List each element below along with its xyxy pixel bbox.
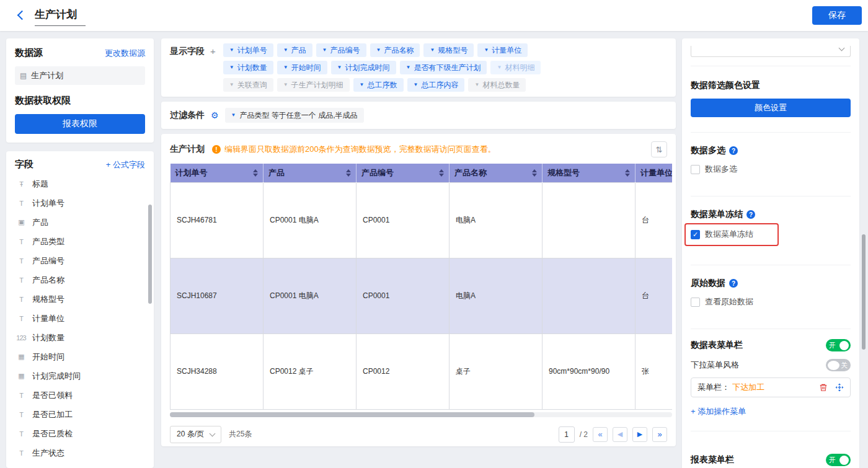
display-field-chip[interactable]: ▼产品 bbox=[277, 43, 312, 57]
add-display-field-icon[interactable]: + bbox=[210, 46, 216, 56]
display-field-chip[interactable]: ▼总工序内容 bbox=[407, 78, 465, 92]
report-permission-button[interactable]: 报表权限 bbox=[15, 114, 145, 134]
table-cell: 台 bbox=[636, 182, 673, 258]
date-icon: ▦ bbox=[15, 353, 27, 361]
scrollbar-thumb[interactable] bbox=[170, 412, 534, 417]
multi-select-label: 数据多选 bbox=[691, 145, 725, 156]
trash-icon[interactable] bbox=[819, 383, 828, 392]
checkbox-label: 查看原始数据 bbox=[705, 296, 753, 307]
field-item[interactable]: T是否已质检 bbox=[15, 424, 145, 443]
display-field-chip[interactable]: ▼开始时间 bbox=[277, 61, 327, 74]
settings-panel: 数据筛选颜色设置 颜色设置 数据多选 ? 数据多选 数据菜单冻结 ? ✓ 数据菜… bbox=[682, 38, 859, 468]
sort-button[interactable]: ⇅ bbox=[651, 141, 667, 157]
field-item[interactable]: 123计划数量 bbox=[15, 328, 145, 347]
chevron-down-icon: ▼ bbox=[497, 65, 502, 70]
raw-data-title: 原始数据 ? bbox=[691, 278, 851, 289]
report-title-input[interactable]: 生产计划 bbox=[35, 7, 86, 26]
fields-scrollbar-thumb[interactable] bbox=[148, 205, 152, 304]
save-button[interactable]: 保存 bbox=[812, 6, 862, 25]
column-header[interactable]: 计划单号 bbox=[170, 164, 264, 182]
display-fields-title: 显示字段 bbox=[170, 46, 205, 57]
field-item[interactable]: T是否已加工 bbox=[15, 405, 145, 424]
filter-title: 过滤条件 bbox=[170, 110, 205, 121]
column-header-label: 计量单位 bbox=[640, 167, 672, 179]
display-field-chip[interactable]: ▼产品名称 bbox=[370, 43, 420, 57]
display-field-chip[interactable]: ▼材料总数量 bbox=[468, 78, 526, 92]
page-scrollbar-thumb[interactable] bbox=[862, 234, 866, 350]
column-header-label: 产品编号 bbox=[361, 167, 394, 179]
gear-icon[interactable]: ⚙ bbox=[211, 110, 219, 120]
display-field-chip[interactable]: ▼计划数量 bbox=[223, 61, 273, 74]
display-field-chip[interactable]: ▼计划完成时间 bbox=[331, 61, 396, 74]
prev-page-button[interactable]: ◀ bbox=[613, 427, 627, 442]
field-item[interactable]: T计量单位 bbox=[15, 309, 145, 328]
question-icon[interactable]: ? bbox=[746, 210, 755, 219]
field-item[interactable]: T是否已领料 bbox=[15, 386, 145, 405]
table-menubar-toggle[interactable]: 开 bbox=[826, 339, 851, 351]
change-datasource-link[interactable]: 更改数据源 bbox=[105, 48, 145, 59]
menu-freeze-title: 数据菜单冻结 ? bbox=[691, 209, 851, 220]
checkbox-unchecked[interactable] bbox=[691, 165, 700, 174]
next-page-button[interactable]: ▶ bbox=[632, 427, 647, 442]
chip-label: 规格型号 bbox=[438, 45, 467, 56]
field-item[interactable]: T产品类型 bbox=[15, 232, 145, 251]
back-icon[interactable] bbox=[17, 11, 27, 20]
field-item[interactable]: T生产状态 bbox=[15, 443, 145, 462]
column-header[interactable]: 产品编号 bbox=[356, 164, 450, 182]
field-item[interactable]: ▦开始时间 bbox=[15, 347, 145, 366]
column-header[interactable]: 计量单位 bbox=[636, 164, 673, 182]
datasource-item[interactable]: ▤ 生产计划 bbox=[15, 66, 145, 85]
color-settings-title: 数据筛选颜色设置 bbox=[691, 80, 851, 91]
chip-label: 计划完成时间 bbox=[345, 63, 390, 73]
field-item[interactable]: T产品名称 bbox=[15, 270, 145, 289]
sort-arrows-icon bbox=[439, 169, 444, 177]
first-page-button[interactable]: « bbox=[593, 427, 608, 442]
menu-freeze-checkbox-row[interactable]: ✓ 数据菜单冻结 bbox=[691, 229, 753, 240]
column-header[interactable]: 规格型号 bbox=[542, 164, 636, 182]
field-item[interactable]: Ŧ标题 bbox=[15, 174, 145, 193]
chevron-down-icon bbox=[210, 430, 216, 436]
color-settings-button[interactable]: 颜色设置 bbox=[691, 99, 851, 117]
checkbox-unchecked[interactable] bbox=[691, 298, 700, 307]
chip-label: 子生产计划明细 bbox=[291, 80, 343, 91]
field-item[interactable]: T计划单号 bbox=[15, 193, 145, 213]
display-field-chip[interactable]: ▼关联查询 bbox=[223, 78, 273, 92]
display-field-chip[interactable]: ▼是否有下级生产计划 bbox=[400, 61, 487, 74]
filter-condition-chip[interactable]: ▼ 产品类型 等于任意一个 成品,半成品 bbox=[225, 108, 364, 123]
move-icon[interactable] bbox=[835, 383, 844, 392]
chevron-down-icon: ▼ bbox=[337, 65, 342, 70]
column-header[interactable]: 产品名称 bbox=[450, 164, 542, 182]
checkbox-checked[interactable]: ✓ bbox=[691, 230, 700, 239]
display-field-chip[interactable]: ▼总工序数 bbox=[353, 78, 404, 92]
table-cell: CP0001 电脑A bbox=[264, 258, 356, 333]
display-field-chip[interactable]: ▼计量单位 bbox=[477, 43, 528, 57]
last-page-button[interactable]: » bbox=[652, 427, 667, 442]
field-item[interactable]: ▣产品 bbox=[15, 213, 145, 232]
number-icon: 123 bbox=[15, 334, 27, 342]
dropdown-select[interactable] bbox=[691, 46, 851, 57]
page-size-select[interactable]: 20 条/页 bbox=[170, 426, 221, 443]
add-action-menu-link[interactable]: + 添加操作菜单 bbox=[691, 406, 851, 417]
toggle-label: 关 bbox=[839, 361, 849, 370]
field-item[interactable]: T规格型号 bbox=[15, 289, 145, 309]
pagination-bar: 20 条/页 共25条 1 / 2 « ◀ ▶ » bbox=[170, 426, 667, 443]
table-cell: 电脑A bbox=[450, 258, 542, 333]
raw-data-checkbox-row[interactable]: 查看原始数据 bbox=[691, 296, 753, 307]
dropdown-style-toggle[interactable]: 关 bbox=[826, 359, 851, 371]
field-item[interactable]: T产品编号 bbox=[15, 251, 145, 270]
question-icon[interactable]: ? bbox=[729, 279, 738, 288]
warning-icon: ! bbox=[212, 145, 221, 154]
display-field-chip[interactable]: ▼计划单号 bbox=[223, 43, 273, 57]
multi-select-checkbox-row[interactable]: 数据多选 bbox=[691, 164, 737, 175]
field-item[interactable]: ▦计划完成时间 bbox=[15, 366, 145, 386]
column-header[interactable]: 产品 bbox=[264, 164, 356, 182]
display-field-chip[interactable]: ▼子生产计划明细 bbox=[277, 78, 350, 92]
display-field-chip[interactable]: ▼材料明细 bbox=[490, 61, 541, 74]
field-label: 是否已领料 bbox=[32, 390, 73, 401]
report-menubar-toggle[interactable]: 开 bbox=[826, 454, 851, 466]
question-icon[interactable]: ? bbox=[729, 146, 738, 155]
add-formula-field-link[interactable]: + 公式字段 bbox=[106, 159, 145, 170]
display-field-chip[interactable]: ▼产品编号 bbox=[316, 43, 366, 57]
display-field-chip[interactable]: ▼规格型号 bbox=[423, 43, 474, 57]
form-icon: ▤ bbox=[20, 71, 27, 80]
